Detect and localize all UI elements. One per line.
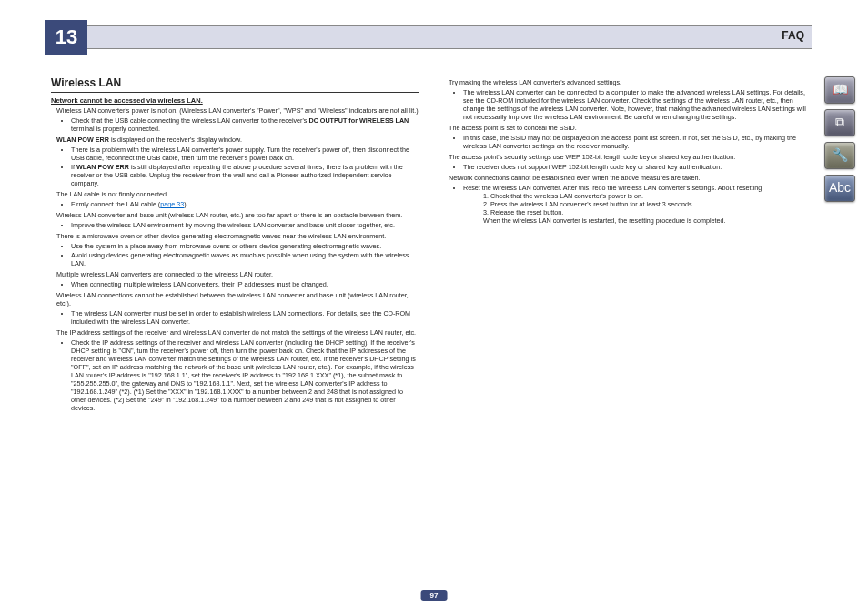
chapter-number: 13 [45, 20, 87, 55]
bullet: The receiver does not support WEP 152-bi… [463, 163, 812, 171]
side-nav: 📖 ⧉ 🔧 Abc [824, 76, 855, 202]
para: The access point is set to conceal the S… [449, 124, 812, 132]
bullet: In this case, the SSID may not be displa… [463, 134, 812, 150]
para: Wireless LAN converter and base unit (wi… [56, 211, 419, 219]
bullet: Reset the wireless LAN converter. After … [463, 184, 812, 225]
para: Network connections cannot be establishe… [449, 174, 812, 182]
section-heading: Wireless LAN [51, 76, 419, 93]
bullet: Check the IP address settings of the rec… [71, 338, 419, 412]
content: Wireless LAN Network cannot be accessed … [51, 76, 812, 415]
para: Try making the wireless LAN converter's … [449, 78, 812, 86]
bullet: If WLAN POW ERR is still displayed after… [71, 163, 419, 187]
step: 1. Check that the wireless LAN converter… [483, 192, 812, 200]
device-icon[interactable]: ⧉ [824, 109, 855, 136]
glossary-icon[interactable]: Abc [824, 175, 855, 202]
right-column: Try making the wireless LAN converter's … [443, 76, 812, 415]
para: Multiple wireless LAN converters are con… [56, 270, 419, 278]
para: The IP address settings of the receiver … [56, 328, 419, 337]
header-bar [45, 25, 812, 49]
bullet: There is a problem with the wireless LAN… [71, 146, 419, 162]
bullet: The wireless LAN converter can be connec… [463, 88, 812, 121]
para: The access point's security settings use… [449, 153, 812, 161]
bullet: Firmly connect the LAN cable (page 33). [71, 200, 419, 208]
para: WLAN POW ERR is displayed on the receive… [56, 136, 419, 144]
book-icon[interactable]: 📖 [824, 76, 855, 104]
para: There is a microwave oven or other devic… [56, 232, 419, 240]
page-link[interactable]: page 33 [160, 200, 184, 208]
left-column: Wireless LAN Network cannot be accessed … [51, 76, 419, 415]
para: Wireless LAN converter's power is not on… [56, 106, 419, 115]
bullet: Check that the USB cable connecting the … [71, 116, 419, 133]
bullet: Improve the wireless LAN environment by … [71, 221, 419, 229]
step: 3. Release the reset button. [483, 208, 812, 216]
bullet: Use the system in a place away from micr… [71, 242, 419, 250]
step: 2. Press the wireless LAN converter's re… [483, 200, 812, 208]
bullet: When connecting multiple wireless LAN co… [71, 280, 419, 288]
wrench-icon[interactable]: 🔧 [824, 142, 855, 169]
header-title: FAQ [782, 29, 804, 43]
para: Wireless LAN connections cannot be estab… [56, 291, 419, 307]
bullet: Avoid using devices generating electroma… [71, 251, 419, 267]
faq-topic: Network cannot be accessed via wireless … [51, 96, 419, 105]
para: The LAN cable is not firmly connected. [56, 190, 419, 198]
page-number: 97 [421, 590, 448, 601]
bullet: The wireless LAN converter must be set i… [71, 309, 419, 326]
step: When the wireless LAN converter is resta… [483, 216, 812, 225]
